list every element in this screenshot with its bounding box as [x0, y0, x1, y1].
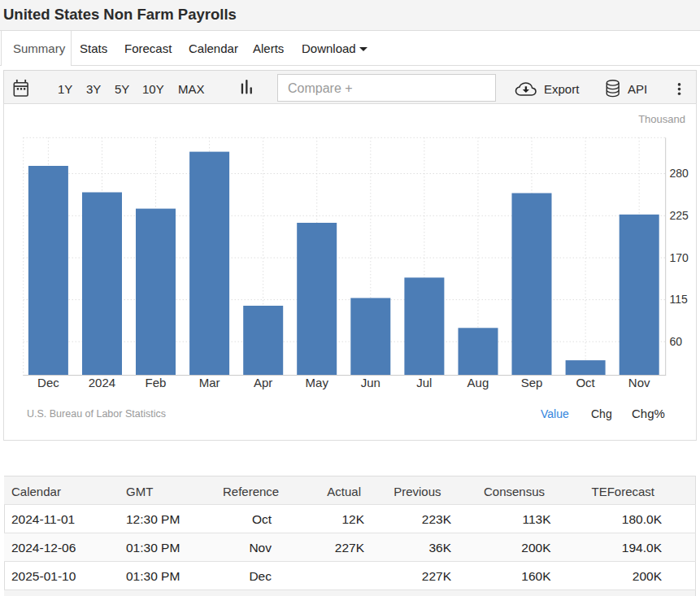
svg-text:Dec: Dec: [37, 376, 59, 389]
svg-text:115: 115: [670, 293, 689, 306]
svg-text:Mar: Mar: [199, 376, 220, 389]
svg-text:Sep: Sep: [521, 376, 543, 389]
svg-text:Jul: Jul: [416, 376, 432, 389]
svg-text:Chg: Chg: [591, 407, 612, 420]
svg-text:225: 225: [670, 209, 689, 222]
svg-text:U.S. Bureau of Labor Statistic: U.S. Bureau of Labor Statistics: [27, 408, 166, 420]
svg-text:May: May: [306, 376, 329, 389]
svg-text:Thousand: Thousand: [638, 113, 685, 125]
svg-text:Chg%: Chg%: [632, 407, 665, 420]
svg-text:280: 280: [670, 167, 689, 180]
svg-text:Jun: Jun: [361, 376, 380, 389]
svg-text:Nov: Nov: [628, 376, 650, 389]
svg-text:Oct: Oct: [576, 376, 595, 389]
svg-text:Apr: Apr: [254, 376, 272, 389]
svg-text:Value: Value: [541, 407, 569, 420]
svg-text:170: 170: [670, 251, 689, 264]
svg-text:Feb: Feb: [146, 376, 167, 389]
svg-text:Aug: Aug: [467, 376, 489, 389]
svg-text:60: 60: [670, 335, 683, 348]
svg-text:2024: 2024: [89, 376, 115, 389]
